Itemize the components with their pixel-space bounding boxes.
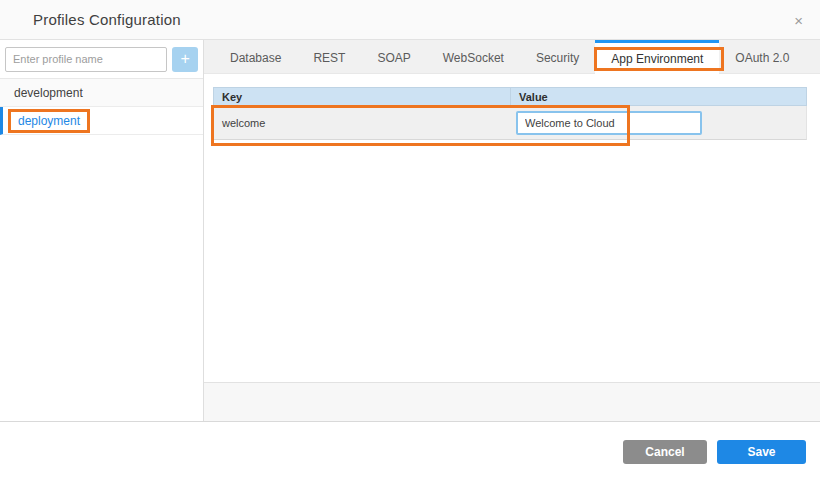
tab-label: REST xyxy=(313,51,345,65)
env-value-cell xyxy=(510,106,806,139)
sidebar-item-development[interactable]: development xyxy=(0,79,203,107)
tab-app-environment[interactable]: App Environment xyxy=(595,40,719,74)
profile-item-label: development xyxy=(14,86,83,100)
tab-soap[interactable]: SOAP xyxy=(361,40,426,73)
save-button[interactable]: Save xyxy=(717,440,806,464)
content-footer-band xyxy=(204,382,820,421)
profiles-sidebar: + development deployment xyxy=(0,40,204,421)
tab-oauth[interactable]: OAuth 2.0 xyxy=(719,40,805,73)
app-environment-panel: Key Value welcome xyxy=(204,74,820,382)
tab-websocket[interactable]: WebSocket xyxy=(427,40,520,73)
profile-settings-content: Database REST SOAP WebSocket Security Ap… xyxy=(204,40,820,421)
tab-rest[interactable]: REST xyxy=(297,40,361,73)
tab-label: Database xyxy=(230,51,281,65)
env-key-cell: welcome xyxy=(214,106,510,139)
tab-label: SOAP xyxy=(377,51,410,65)
settings-tabbar: Database REST SOAP WebSocket Security Ap… xyxy=(204,40,820,74)
profile-create-row: + xyxy=(0,40,203,79)
add-profile-button[interactable]: + xyxy=(172,47,198,72)
tab-label: App Environment xyxy=(611,52,703,66)
profile-name-input[interactable] xyxy=(5,47,167,72)
profile-item-label: deployment xyxy=(18,114,80,128)
tab-label: Security xyxy=(536,51,579,65)
sidebar-item-deployment[interactable]: deployment xyxy=(0,107,203,135)
plus-icon: + xyxy=(180,51,189,67)
tab-label: WebSocket xyxy=(443,51,504,65)
close-icon[interactable]: × xyxy=(790,10,807,29)
tab-security[interactable]: Security xyxy=(520,40,595,73)
dialog-footer: Cancel Save xyxy=(0,422,820,482)
dialog-body: + development deployment Database REST xyxy=(0,40,820,422)
tab-label: OAuth 2.0 xyxy=(735,51,789,65)
dialog-titlebar: Profiles Configuration × xyxy=(0,0,820,40)
table-header-row: Key Value xyxy=(213,87,807,106)
tab-database[interactable]: Database xyxy=(214,40,297,73)
env-variables-table: Key Value welcome xyxy=(213,87,807,140)
cancel-button[interactable]: Cancel xyxy=(623,440,707,464)
column-header-value: Value xyxy=(510,88,806,105)
dialog-title: Profiles Configuration xyxy=(33,11,181,28)
table-row: welcome xyxy=(213,106,807,140)
column-header-key: Key xyxy=(214,88,510,105)
profiles-configuration-dialog: Profiles Configuration × + development d… xyxy=(0,0,820,482)
annotation-box-deployment: deployment xyxy=(8,109,90,133)
env-value-input[interactable] xyxy=(516,111,702,135)
